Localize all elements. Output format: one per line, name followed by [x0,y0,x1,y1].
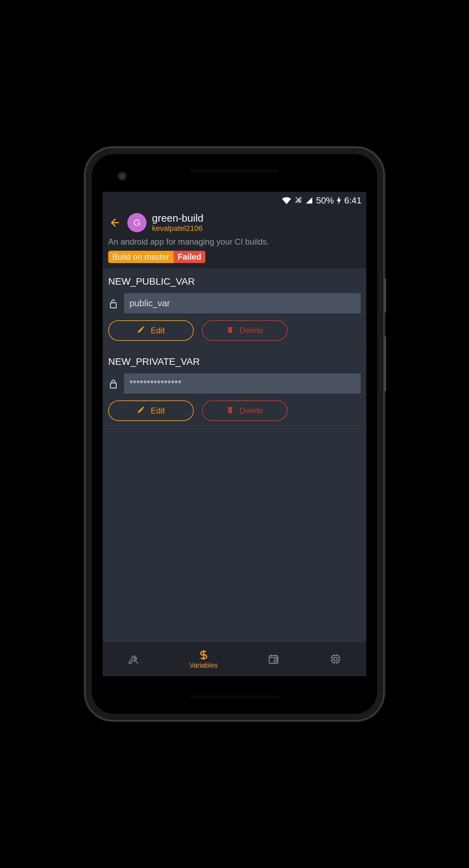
delete-button[interactable]: Delete [202,320,288,341]
variable-actions: Edit Delete [108,400,361,421]
status-badge-row: Build on master Failed [108,251,361,263]
variable-name: NEW_PRIVATE_VAR [108,356,361,367]
owner-label: kevalpatel2106 [152,224,203,233]
trash-icon [226,406,234,416]
variable-input-row [108,293,361,313]
svg-rect-4 [334,658,337,661]
pencil-icon [137,325,145,336]
nav-settings[interactable] [330,653,341,665]
speaker-top [190,169,279,173]
charging-icon [337,196,341,204]
nav-variables-label: Variables [190,661,218,669]
svg-rect-1 [110,383,116,388]
variable-value-input[interactable] [124,373,361,394]
status-badge: Failed [174,251,205,263]
delete-label: Delete [239,326,263,335]
nav-variables[interactable]: Variables [190,649,218,669]
screen: 50% 6:41 G green-build keval [103,192,366,676]
edit-button[interactable]: Edit [108,400,194,421]
app-header: G green-build kevalpatel2106 An android … [103,209,366,269]
no-sim-icon [294,195,302,206]
status-bar: 50% 6:41 [103,192,366,209]
variable-input-row [108,373,361,394]
back-button[interactable] [108,216,122,230]
clock-text: 6:41 [344,195,362,206]
page-title: green-build [152,212,203,224]
svg-rect-0 [110,302,116,308]
lock-icon [108,379,118,389]
header-row: G green-build kevalpatel2106 [108,212,361,233]
volume-button[interactable] [383,336,386,391]
unlock-icon [108,298,118,309]
variable-name: NEW_PUBLIC_VAR [108,276,361,287]
avatar-letter: G [134,218,140,228]
edit-label: Edit [151,326,165,335]
trash-icon [226,325,234,336]
delete-button[interactable]: Delete [202,400,288,421]
nav-tools[interactable] [128,653,139,665]
phone-frame: 50% 6:41 G green-build keval [86,148,383,720]
pencil-icon [137,406,145,416]
avatar: G [127,213,147,232]
variable-card: NEW_PUBLIC_VAR Edit [103,269,366,349]
variable-card: NEW_PRIVATE_VAR Edit [103,349,366,429]
speaker-bottom [190,695,279,699]
nav-schedule[interactable] [268,653,279,665]
phone-inner: 50% 6:41 G green-build keval [92,154,377,714]
front-camera [117,171,127,181]
edit-button[interactable]: Edit [108,320,194,341]
wifi-icon [282,197,291,204]
bottom-nav: Variables [103,642,366,676]
battery-text: 50% [316,195,334,206]
project-description: An android app for managing your CI buil… [108,237,361,247]
variables-list: NEW_PUBLIC_VAR Edit [103,269,366,642]
variable-value-input[interactable] [124,293,361,313]
title-block: green-build kevalpatel2106 [152,212,203,233]
svg-rect-3 [332,656,339,662]
edit-label: Edit [151,406,165,416]
signal-icon [305,197,313,204]
delete-label: Delete [239,406,263,416]
branch-badge: Build on master [108,251,174,263]
power-button[interactable] [383,278,386,312]
variable-actions: Edit Delete [108,320,361,341]
